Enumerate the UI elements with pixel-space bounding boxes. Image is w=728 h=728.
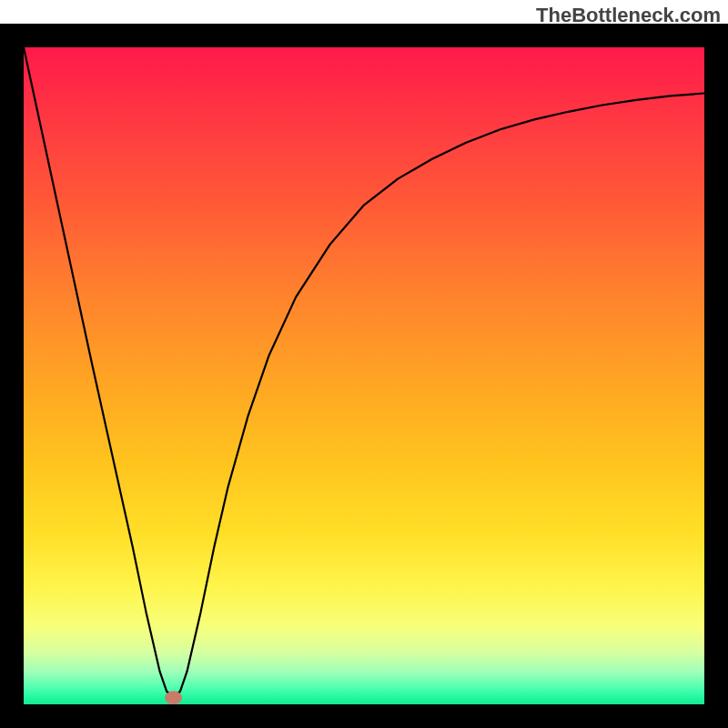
watermark-text: TheBottleneck.com <box>536 4 721 27</box>
minimum-marker <box>166 692 182 704</box>
plot-area <box>24 47 704 704</box>
bottleneck-curve <box>24 47 704 698</box>
chart-container: TheBottleneck.com <box>0 0 728 728</box>
plot-frame <box>0 24 728 728</box>
curve-svg <box>24 47 704 704</box>
